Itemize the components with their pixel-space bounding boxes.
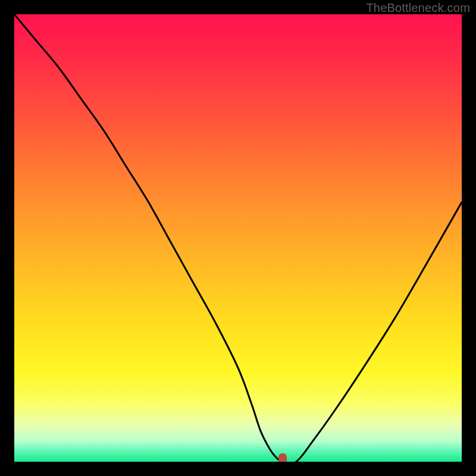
chart-frame: TheBottleneck.com xyxy=(0,0,476,476)
chart-svg xyxy=(14,14,462,462)
gradient-backdrop xyxy=(14,14,462,462)
plot-area xyxy=(14,14,462,462)
optimal-point-marker xyxy=(278,453,287,462)
watermark-text: TheBottleneck.com xyxy=(366,1,470,15)
